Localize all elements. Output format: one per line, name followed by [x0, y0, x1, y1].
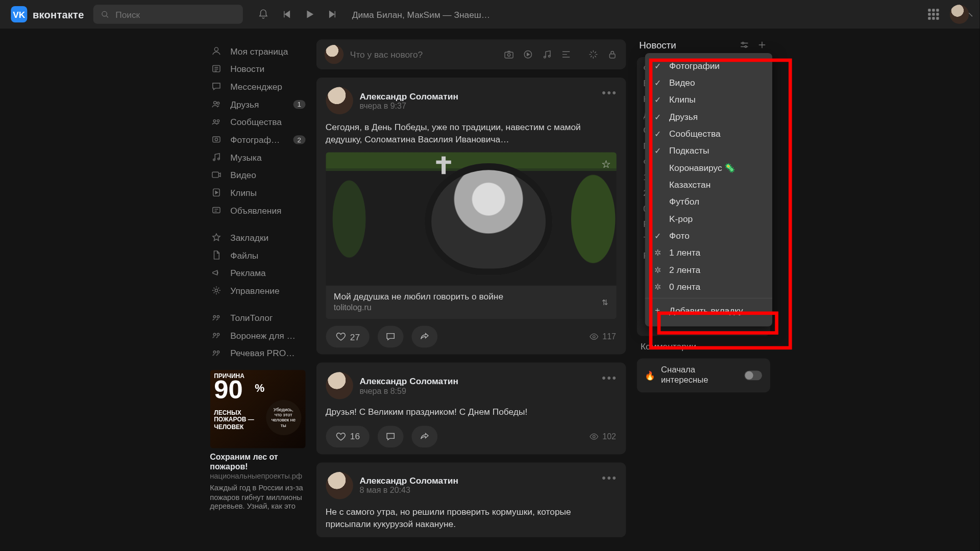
- like-button[interactable]: 27: [326, 326, 370, 348]
- nav-music[interactable]: Музыка: [210, 148, 305, 166]
- logo[interactable]: VK вконтакте: [11, 6, 84, 22]
- dropdown-item[interactable]: Казахстан: [645, 176, 772, 193]
- nav-label: Друзья: [230, 99, 259, 109]
- play-icon[interactable]: [304, 9, 315, 19]
- news-icon: [210, 63, 222, 74]
- post-image[interactable]: ☆: [326, 153, 616, 286]
- like-count: 27: [350, 332, 360, 342]
- favorite-icon[interactable]: ☆: [601, 158, 611, 171]
- friends-icon: [210, 98, 222, 109]
- video-icon[interactable]: [522, 49, 533, 60]
- dropdown-label: Клипы: [669, 94, 696, 105]
- gear-icon: ✲: [653, 248, 663, 258]
- nav-photo[interactable]: Фотограф…2: [210, 131, 305, 148]
- plus-icon[interactable]: [756, 39, 767, 50]
- post-avatar[interactable]: [326, 372, 353, 399]
- article-icon[interactable]: [560, 49, 571, 60]
- dropdown-item[interactable]: ✓Клипы: [645, 91, 772, 108]
- camera-icon[interactable]: [503, 49, 514, 60]
- post: Александр Соломатин8 мая в 20:43•••Не с …: [316, 462, 626, 537]
- svg-point-22: [507, 54, 510, 56]
- priority-toggle[interactable]: [744, 370, 762, 380]
- dropdown-item[interactable]: ✲0 лента: [645, 278, 772, 295]
- dropdown-item[interactable]: ✓Фото: [645, 227, 772, 244]
- post-actions: 27117: [326, 326, 616, 348]
- comment-button[interactable]: [378, 425, 404, 447]
- nav-grp[interactable]: Речевая PRO…: [210, 344, 305, 362]
- clips-icon: [210, 187, 222, 198]
- sidebar-ad[interactable]: ПРИЧИНА 90 % ЛЕСНЫХ ПОЖАРОВ — ЧЕЛОВЕК Уб…: [210, 370, 305, 512]
- nav-file[interactable]: Файлы: [210, 246, 305, 264]
- share-button[interactable]: [411, 326, 437, 348]
- svg-point-18: [217, 333, 219, 335]
- svg-rect-13: [212, 208, 219, 213]
- search-input[interactable]: [115, 9, 236, 19]
- nav-promo[interactable]: Реклама: [210, 264, 305, 282]
- composer[interactable]: Что у вас нового?: [316, 39, 626, 69]
- ads-icon: [210, 205, 222, 215]
- eye-icon: [590, 332, 599, 342]
- dropdown-item[interactable]: Коронавирус 🦠: [645, 159, 772, 176]
- nav-clips[interactable]: Клипы: [210, 184, 305, 202]
- sparkle-icon[interactable]: [587, 49, 598, 60]
- like-button[interactable]: 16: [326, 425, 370, 447]
- lock-icon[interactable]: [606, 49, 617, 60]
- feed-filters-panel: Ф…В…К…Д…С…П…Ф…1…2…0…Ре…Те…Ре… ✓Фотографи…: [636, 57, 770, 336]
- nav-friends[interactable]: Друзья1: [210, 95, 305, 113]
- now-playing[interactable]: Дима Билан, МакSим — Знаеш…: [352, 9, 490, 19]
- dropdown-item[interactable]: ✲2 лента: [645, 261, 772, 278]
- nav-gear[interactable]: Управление: [210, 282, 305, 299]
- dropdown-item[interactable]: ✓Сообщества: [645, 125, 772, 142]
- sliders-icon[interactable]: [739, 39, 749, 50]
- post-text: Не с самого утра, но решили проверить ко…: [326, 506, 616, 530]
- post-author[interactable]: Александр Соломатин: [359, 91, 458, 101]
- nav-grp[interactable]: ТолиТолог: [210, 309, 305, 327]
- user-icon: [210, 45, 222, 56]
- post-actions: 16102: [326, 425, 616, 447]
- add-tab-row[interactable]: ＋ Добавить вкладку: [645, 298, 772, 322]
- post-menu-button[interactable]: •••: [602, 87, 617, 99]
- check-icon: ✓: [653, 61, 663, 70]
- svg-point-15: [213, 316, 215, 318]
- comment-icon: [385, 431, 396, 442]
- post-author[interactable]: Александр Соломатин: [359, 376, 458, 386]
- nav-ads[interactable]: Объявления: [210, 202, 305, 219]
- nav-news[interactable]: Новости: [210, 60, 305, 78]
- dropdown-item[interactable]: ✓Подкасты: [645, 142, 772, 159]
- music-icon[interactable]: [541, 49, 552, 60]
- comments-section-label[interactable]: Комментарии: [636, 341, 770, 352]
- share-button[interactable]: [411, 425, 437, 447]
- nav-groups[interactable]: Сообщества: [210, 113, 305, 131]
- nav-msg[interactable]: Мессенджер: [210, 78, 305, 95]
- nav-user[interactable]: Моя страница: [210, 42, 305, 60]
- comment-button[interactable]: [378, 326, 404, 348]
- post-author[interactable]: Александр Соломатин: [359, 475, 458, 486]
- next-track-icon[interactable]: [328, 9, 338, 19]
- dropdown-item[interactable]: ✓Друзья: [645, 108, 772, 125]
- post-text: Сегодня, в День Победы, уже по традиции,…: [326, 121, 616, 145]
- search-box[interactable]: [93, 5, 243, 23]
- nav-label: Музыка: [230, 152, 261, 162]
- nav-star[interactable]: Закладки: [210, 229, 305, 246]
- post-menu-button[interactable]: •••: [602, 472, 617, 484]
- nav-video[interactable]: Видео: [210, 166, 305, 184]
- post-link-card[interactable]: Мой дедушка не любил говорить о войнеtol…: [326, 286, 616, 319]
- post-avatar[interactable]: [326, 87, 353, 114]
- nav-grp[interactable]: Воронеж для …: [210, 327, 305, 344]
- dropdown-item[interactable]: ✲1 лента: [645, 244, 772, 261]
- comment-icon: [385, 332, 396, 342]
- svg-point-25: [548, 55, 550, 57]
- svg-point-8: [215, 138, 217, 141]
- post-avatar[interactable]: [326, 472, 353, 499]
- apps-grid-icon[interactable]: [928, 9, 939, 19]
- prev-track-icon[interactable]: [281, 9, 292, 19]
- dropdown-item[interactable]: K-pop: [645, 210, 772, 227]
- dropdown-item[interactable]: ✓Видео: [645, 74, 772, 91]
- dropdown-item[interactable]: Футбол: [645, 193, 772, 210]
- post-menu-button[interactable]: •••: [602, 372, 617, 385]
- profile-menu[interactable]: [950, 5, 969, 23]
- check-icon: ✓: [653, 231, 663, 241]
- dropdown-item[interactable]: ✓Фотографии: [645, 57, 772, 74]
- bell-icon[interactable]: [258, 9, 269, 19]
- post: Александр Соломатинвчера в 8:59•••Друзья…: [316, 363, 626, 454]
